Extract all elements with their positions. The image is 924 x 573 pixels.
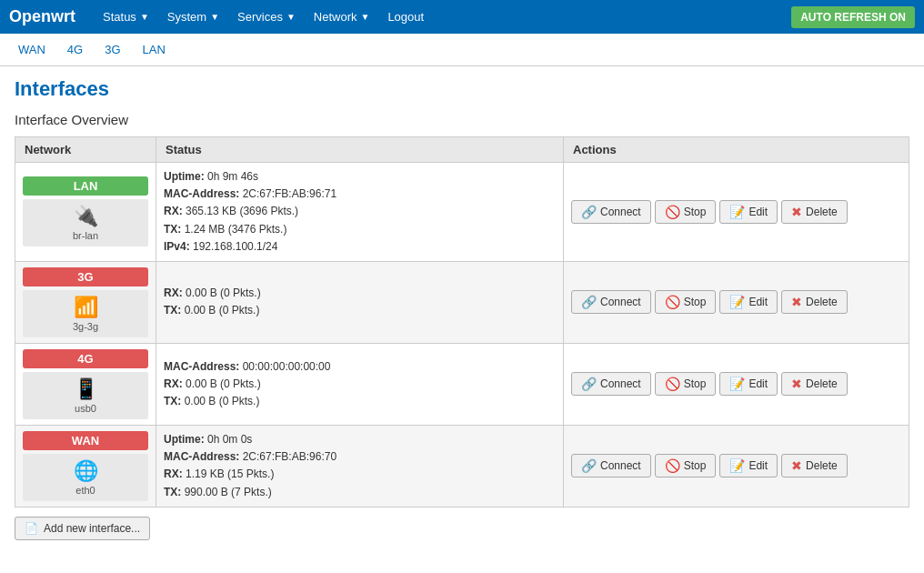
stop-label: Stop — [684, 206, 707, 218]
edit-button-3g[interactable]: 📝Edit — [719, 290, 778, 314]
status-cell-4g: MAC-Address: 00:00:00:00:00:00RX: 0.00 B… — [156, 343, 564, 425]
network-icon-area-wan: 🌐eth0 — [23, 454, 148, 501]
status-cell-3g: RX: 0.00 B (0 Pkts.)TX: 0.00 B (0 Pkts.) — [156, 261, 564, 343]
stop-icon: 🚫 — [665, 458, 680, 473]
nav-system[interactable]: System ▼ — [158, 3, 228, 31]
nav-system-arrow: ▼ — [210, 12, 219, 22]
edit-icon: 📝 — [729, 458, 745, 473]
network-cell-3g: 3G📶3g-3g — [15, 261, 156, 343]
subtab-3g[interactable]: 3G — [101, 41, 124, 58]
connect-button-4g[interactable]: 🔗Connect — [571, 372, 651, 396]
stop-icon: 🚫 — [665, 205, 680, 219]
nav-services-arrow: ▼ — [286, 12, 296, 22]
page-title: Interfaces — [15, 77, 909, 101]
status-line: RX: 365.13 KB (3696 Pkts.) — [164, 203, 556, 220]
edit-icon: 📝 — [729, 205, 745, 219]
delete-label: Delete — [806, 459, 838, 472]
actions-cell-wan: 🔗Connect🚫Stop📝Edit✖Delete — [564, 425, 909, 507]
connect-icon: 🔗 — [581, 458, 597, 473]
status-line: TX: 0.00 B (0 Pkts.) — [164, 393, 556, 410]
edit-button-lan[interactable]: 📝Edit — [719, 200, 778, 224]
network-icon-wan: 🌐 — [74, 459, 98, 483]
edit-button-wan[interactable]: 📝Edit — [719, 454, 778, 478]
connect-label: Connect — [600, 206, 641, 218]
network-cell-4g: 4G📱usb0 — [15, 343, 156, 425]
connect-button-3g[interactable]: 🔗Connect — [571, 290, 651, 314]
subtab-lan[interactable]: LAN — [139, 41, 169, 58]
delete-label: Delete — [806, 206, 838, 218]
status-line: MAC-Address: 2C:67:FB:AB:96:71 — [164, 186, 556, 203]
network-icon-lan: 🔌 — [74, 205, 98, 228]
delete-button-3g[interactable]: ✖Delete — [781, 290, 848, 314]
add-icon: 📄 — [25, 522, 38, 535]
delete-icon: ✖ — [791, 377, 802, 391]
network-badge-lan: LAN — [23, 176, 148, 196]
stop-label: Stop — [684, 377, 707, 390]
delete-label: Delete — [806, 377, 838, 390]
delete-icon: ✖ — [791, 295, 802, 309]
subtab-wan[interactable]: WAN — [15, 41, 49, 58]
actions-cell-lan: 🔗Connect🚫Stop📝Edit✖Delete — [564, 163, 909, 262]
col-header-network: Network — [15, 137, 156, 163]
delete-button-4g[interactable]: ✖Delete — [781, 372, 848, 396]
connect-label: Connect — [600, 459, 641, 472]
stop-icon: 🚫 — [665, 377, 680, 391]
status-line: RX: 1.19 KB (15 Pkts.) — [164, 466, 556, 483]
table-row: LAN🔌br-lanUptime: 0h 9m 46sMAC-Address: … — [15, 163, 909, 262]
stop-label: Stop — [684, 459, 707, 472]
auto-refresh-badge[interactable]: AUTO REFRESH ON — [791, 6, 915, 28]
network-badge-3g: 3G — [23, 267, 148, 286]
edit-label: Edit — [748, 206, 768, 218]
status-line: RX: 0.00 B (0 Pkts.) — [164, 285, 556, 302]
stop-button-wan[interactable]: 🚫Stop — [655, 454, 717, 478]
nav-status[interactable]: Status ▼ — [94, 3, 158, 31]
stop-button-4g[interactable]: 🚫Stop — [655, 372, 717, 396]
section-title: Interface Overview — [15, 112, 909, 127]
top-navbar: Openwrt Status ▼ System ▼ Services ▼ Net… — [0, 0, 924, 34]
connect-label: Connect — [600, 296, 641, 308]
status-line: MAC-Address: 2C:67:FB:AB:96:70 — [164, 448, 556, 466]
edit-label: Edit — [748, 377, 768, 390]
connect-button-wan[interactable]: 🔗Connect — [571, 454, 651, 478]
delete-button-lan[interactable]: ✖Delete — [781, 200, 848, 224]
nav-status-arrow: ▼ — [140, 12, 149, 22]
network-device-wan: eth0 — [75, 485, 95, 496]
connect-icon: 🔗 — [581, 205, 597, 219]
edit-icon: 📝 — [729, 377, 745, 391]
delete-button-wan[interactable]: ✖Delete — [781, 454, 848, 478]
status-line: TX: 1.24 MB (3476 Pkts.) — [164, 221, 556, 238]
subtab-4g[interactable]: 4G — [64, 41, 86, 58]
delete-icon: ✖ — [791, 205, 802, 219]
nav-network[interactable]: Network ▼ — [305, 3, 379, 31]
status-cell-lan: Uptime: 0h 9m 46sMAC-Address: 2C:67:FB:A… — [156, 163, 564, 262]
stop-button-lan[interactable]: 🚫Stop — [655, 200, 717, 224]
nav-services[interactable]: Services ▼ — [228, 3, 305, 31]
connect-icon: 🔗 — [581, 377, 597, 391]
status-cell-wan: Uptime: 0h 0m 0sMAC-Address: 2C:67:FB:AB… — [156, 425, 564, 507]
connect-button-lan[interactable]: 🔗Connect — [571, 200, 651, 224]
edit-icon: 📝 — [729, 295, 745, 309]
col-header-actions: Actions — [564, 137, 909, 163]
nav-logout[interactable]: Logout — [378, 3, 433, 31]
stop-label: Stop — [684, 296, 707, 308]
network-device-4g: usb0 — [75, 403, 96, 414]
status-line: Uptime: 0h 0m 0s — [164, 431, 556, 448]
col-header-status: Status — [156, 137, 564, 163]
network-icon-area-4g: 📱usb0 — [23, 372, 148, 419]
brand-logo: Openwrt — [9, 7, 75, 26]
stop-icon: 🚫 — [665, 295, 680, 309]
status-line: Uptime: 0h 9m 46s — [164, 168, 556, 186]
add-interface-label: Add new interface... — [44, 522, 140, 535]
network-device-lan: br-lan — [73, 230, 98, 241]
network-icon-4g: 📱 — [74, 377, 98, 401]
edit-button-4g[interactable]: 📝Edit — [719, 372, 778, 396]
table-row: WAN🌐eth0Uptime: 0h 0m 0sMAC-Address: 2C:… — [15, 425, 909, 507]
interfaces-table: Network Status Actions LAN🔌br-lanUptime:… — [15, 136, 909, 508]
network-icon-area-lan: 🔌br-lan — [23, 199, 148, 246]
network-cell-wan: WAN🌐eth0 — [15, 425, 156, 507]
status-line: MAC-Address: 00:00:00:00:00:00 — [164, 358, 556, 376]
status-line: TX: 990.00 B (7 Pkts.) — [164, 484, 556, 501]
edit-label: Edit — [748, 459, 768, 472]
add-interface-button[interactable]: 📄 Add new interface... — [15, 517, 150, 540]
stop-button-3g[interactable]: 🚫Stop — [655, 290, 717, 314]
